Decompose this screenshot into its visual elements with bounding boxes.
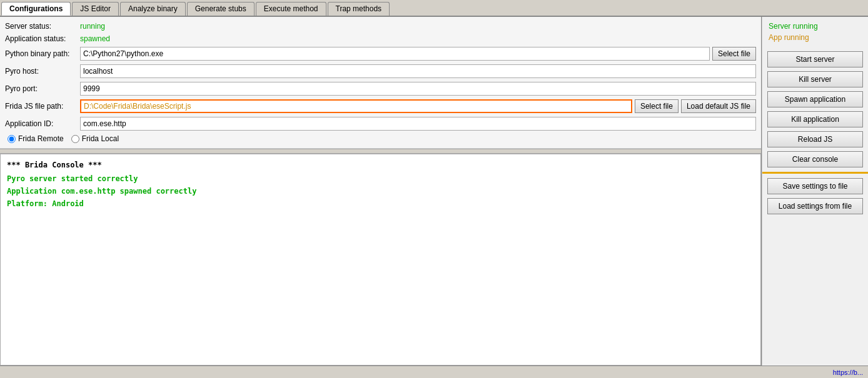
tab-trap-methods[interactable]: Trap methods <box>328 2 390 16</box>
tab-configurations[interactable]: Configurations <box>1 2 71 16</box>
frida-load-default-button[interactable]: Load default JS file <box>681 99 756 113</box>
tab-analyze-binary[interactable]: Analyze binary <box>120 2 186 16</box>
app-status-label: Application status: <box>5 34 80 43</box>
console-line-1: Pyro server started correctly <box>7 174 754 183</box>
python-select-file-button[interactable]: Select file <box>712 47 756 61</box>
status-bar: https://b... <box>0 366 868 378</box>
load-settings-button[interactable]: Load settings from file <box>767 198 863 214</box>
main-layout: Server status: running Application statu… <box>0 17 868 366</box>
python-binary-label: Python binary path: <box>5 49 80 58</box>
app-id-label: Application ID: <box>5 119 80 128</box>
server-running-status: Server running <box>769 22 862 31</box>
sidebar-status: Server running App running <box>762 17 868 49</box>
clear-console-button[interactable]: Clear console <box>767 151 863 167</box>
app-status-value: spawned <box>80 34 110 43</box>
frida-js-label: Frida JS file path: <box>5 102 80 111</box>
kill-server-button[interactable]: Kill server <box>767 71 863 87</box>
frida-remote-radio[interactable] <box>8 135 16 143</box>
app-status-row: Application status: spawned <box>5 34 756 43</box>
kill-application-button[interactable]: Kill application <box>767 111 863 127</box>
config-panel: Server status: running Application statu… <box>0 17 761 149</box>
app-id-row: Application ID: <box>5 117 756 131</box>
console-area: *** Brida Console *** Pyro server starte… <box>0 154 761 366</box>
server-status-value: running <box>80 22 105 31</box>
server-status-row: Server status: running <box>5 22 756 31</box>
console-line-2: Application com.ese.http spawned correct… <box>7 187 754 196</box>
splitter[interactable] <box>0 149 761 154</box>
frida-local-text: Frida Local <box>82 134 119 143</box>
console-line-3: Platform: Android <box>7 199 754 208</box>
frida-mode-row: Frida Remote Frida Local <box>5 134 756 143</box>
save-settings-button[interactable]: Save settings to file <box>767 178 863 194</box>
spawn-application-button[interactable]: Spawn application <box>767 91 863 107</box>
pyro-port-label: Pyro port: <box>5 84 80 93</box>
python-binary-input[interactable] <box>80 47 710 61</box>
pyro-host-input[interactable] <box>80 64 756 78</box>
app-running-status: App running <box>769 33 862 42</box>
sidebar-divider <box>762 172 868 174</box>
pyro-host-label: Pyro host: <box>5 67 80 76</box>
frida-select-file-button[interactable]: Select file <box>635 99 679 113</box>
frida-remote-label[interactable]: Frida Remote <box>8 134 64 143</box>
right-sidebar: Server running App running Start server … <box>762 17 868 366</box>
pyro-host-row: Pyro host: <box>5 64 756 78</box>
content-area: Server status: running Application statu… <box>0 17 762 366</box>
tab-execute-method[interactable]: Execute method <box>256 2 326 16</box>
tab-js-editor[interactable]: JS Editor <box>72 2 119 16</box>
reload-js-button[interactable]: Reload JS <box>767 131 863 147</box>
pyro-port-input[interactable] <box>80 82 756 96</box>
status-url: https://b... <box>833 369 863 376</box>
python-binary-row: Python binary path: Select file <box>5 47 756 61</box>
frida-js-input[interactable] <box>80 99 632 113</box>
tab-generate-stubs[interactable]: Generate stubs <box>187 2 255 16</box>
tab-bar: Configurations JS Editor Analyze binary … <box>0 0 868 17</box>
app-id-input[interactable] <box>80 117 756 131</box>
frida-remote-text: Frida Remote <box>18 134 64 143</box>
server-status-label: Server status: <box>5 22 80 31</box>
frida-local-radio[interactable] <box>71 135 79 143</box>
frida-local-label[interactable]: Frida Local <box>71 134 119 143</box>
pyro-port-row: Pyro port: <box>5 82 756 96</box>
console-title: *** Brida Console *** <box>7 161 754 169</box>
start-server-button[interactable]: Start server <box>767 51 863 67</box>
frida-js-row: Frida JS file path: Select file Load def… <box>5 99 756 113</box>
